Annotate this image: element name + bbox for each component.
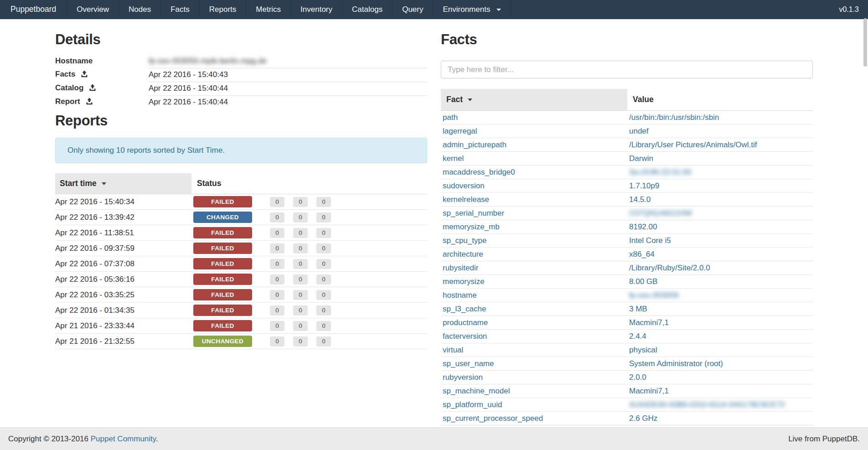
fact-row: sp_machine_model Macmini7,1 [441,384,813,398]
report-row[interactable]: Apr 22 2016 - 01:34:35 FAILED 000 [55,303,427,318]
details-row: Hostname fp-osx-003056.mpib-berlin.mpg.d… [55,54,427,68]
fact-value-link[interactable]: undef [629,127,649,135]
fact-name-link[interactable]: facterversion [443,332,487,341]
status-badge: FAILED [193,227,252,238]
report-row[interactable]: Apr 22 2016 - 05:36:16 FAILED 000 [55,272,427,287]
nav-item-facts[interactable]: Facts [161,0,200,19]
fact-name-link[interactable]: sp_platform_uuid [443,400,502,409]
fact-name-link[interactable]: rubyversion [443,373,483,382]
upload-icon[interactable] [86,98,93,107]
fact-value-link[interactable]: System Administrator (root) [629,359,723,368]
fact-value-link[interactable]: Intel Core i5 [629,236,671,245]
fact-value-link[interactable]: fp-osx-003056 [629,291,679,300]
fact-row: productname Macmini7,1 [441,316,813,330]
count-badge: 0 [270,290,284,300]
fact-name-link[interactable]: lagerregal [443,127,477,135]
fact-value-link[interactable]: /Library/Ruby/Site/2.0.0 [629,264,710,272]
report-row[interactable]: Apr 21 2016 - 23:33:44 FAILED 000 [55,318,427,334]
report-row[interactable]: Apr 22 2016 - 07:37:08 FAILED 000 [55,256,427,272]
upload-icon[interactable] [81,70,88,80]
navbar: Puppetboard Overview Nodes Facts Reports… [0,0,868,19]
report-start-time: Apr 22 2016 - 15:40:34 [55,194,191,210]
report-row[interactable]: Apr 22 2016 - 11:38:51 FAILED 000 [55,225,427,241]
nav-item-catalogs[interactable]: Catalogs [342,0,393,19]
fact-name-link[interactable]: memorysize [443,277,485,286]
fact-value-link[interactable]: 3a:c9:86:22:01:00 [629,168,691,176]
nav-item-metrics[interactable]: Metrics [246,0,291,19]
nav-item-overview[interactable]: Overview [67,0,119,19]
fact-name-link[interactable]: kernelrelease [443,195,489,204]
fact-name-link[interactable]: rubysitedir [443,264,478,272]
fact-name-link[interactable]: path [443,113,458,122]
fact-name-link[interactable]: productname [443,318,488,327]
fact-name-link[interactable]: kernel [443,154,464,163]
version-label: v0.1.3 [830,0,868,19]
fact-value-link[interactable]: 8192.00 [629,222,657,231]
fact-row: rubyversion 2.0.0 [441,371,813,384]
count-badge: 0 [316,212,331,222]
nav-item-nodes[interactable]: Nodes [119,0,161,19]
fact-value-link[interactable]: Darwin [629,154,653,163]
copyright-text: Copyright © 2013-2016 Puppet Community. [8,434,158,444]
fact-name-link[interactable]: memorysize_mb [443,222,500,231]
fact-name-link[interactable]: sp_l3_cache [443,305,486,313]
vertical-scrollbar-thumb[interactable] [863,18,867,67]
status-badge: FAILED [193,258,252,269]
report-row[interactable]: Apr 22 2016 - 09:37:59 FAILED 000 [55,241,427,256]
fact-value-link[interactable]: Macmini7,1 [629,387,669,395]
nav-item-environments[interactable]: Environments [433,0,511,19]
fact-value-link[interactable]: physical [629,346,657,354]
fact-value-link[interactable]: 2.0.0 [629,373,646,382]
fact-value-link[interactable]: 41A0DE40-63B6-0310-8114-0A5178C9CE72 [629,400,785,409]
fact-value-link[interactable]: x86_64 [629,250,655,259]
column-header-start-time[interactable]: Start time [55,173,191,194]
count-badge: 0 [270,274,284,284]
nav-item-label: Metrics [256,5,281,14]
count-badge: 0 [293,243,308,253]
report-row[interactable]: Apr 22 2016 - 03:35:25 FAILED 000 [55,287,427,303]
fact-row: memorysize 8.00 GB [441,275,813,289]
count-badge: 0 [316,321,331,331]
column-header-fact[interactable]: Fact [441,89,627,111]
count-badge: 0 [316,305,331,316]
fact-name-link[interactable]: admin_picturepath [443,140,506,149]
fact-name-link[interactable]: sp_machine_model [443,387,510,395]
fact-value-link[interactable]: Macmini7,1 [629,318,669,327]
nav-item-inventory[interactable]: Inventory [291,0,342,19]
fact-name-link[interactable]: sp_cpu_type [443,236,486,245]
fact-name-link[interactable]: hostname [443,291,477,300]
fact-value-link[interactable]: 2.4.4 [629,332,646,341]
fact-value-link[interactable]: 1.7.10p9 [629,181,659,190]
fact-row: sp_current_processor_speed 2.6 GHz [441,412,813,425]
fact-name-link[interactable]: sp_user_name [443,359,494,368]
fact-name-link[interactable]: architecture [443,250,483,259]
puppet-community-link[interactable]: Puppet Community [91,434,156,443]
fact-name-link[interactable]: sudoversion [443,181,485,190]
fact-name-link[interactable]: macaddress_bridge0 [443,168,515,176]
facts-filter-input[interactable] [441,61,813,78]
fact-value-link[interactable]: 2.6 GHz [629,414,657,423]
fact-value-link[interactable]: C07QN1A6G1HW [629,209,692,217]
column-header-status[interactable]: Status [191,173,427,194]
fact-name-link[interactable]: sp_serial_number [443,209,504,217]
nav-item-query[interactable]: Query [393,0,433,19]
count-badge: 0 [316,197,331,207]
fact-value-link[interactable]: 14.5.0 [629,195,651,204]
fact-name-link[interactable]: virtual [443,346,463,354]
fact-value-link[interactable]: 3 MB [629,305,647,313]
fact-row: path /usr/bin:/bin:/usr/sbin:/sbin [441,111,813,124]
nav-item-reports[interactable]: Reports [200,0,247,19]
column-header-value[interactable]: Value [627,89,813,111]
report-row[interactable]: Apr 22 2016 - 13:39:42 CHANGED 000 [55,210,427,225]
fact-value-link[interactable]: 8.00 GB [629,277,657,286]
report-row[interactable]: Apr 22 2016 - 15:40:34 FAILED 000 [55,194,427,210]
report-row[interactable]: Apr 21 2016 - 21:32:55 UNCHANGED 000 [55,334,427,349]
brand-link[interactable]: Puppetboard [0,0,67,19]
count-badge: 0 [270,321,284,331]
upload-icon[interactable] [89,84,96,93]
count-badge: 0 [270,197,284,207]
status-badge: CHANGED [193,212,252,223]
fact-value-link[interactable]: /usr/bin:/bin:/usr/sbin:/sbin [629,113,719,122]
fact-value-link[interactable]: /Library/User Pictures/Animals/Owl.tif [629,140,757,149]
fact-name-link[interactable]: sp_current_processor_speed [443,414,543,423]
